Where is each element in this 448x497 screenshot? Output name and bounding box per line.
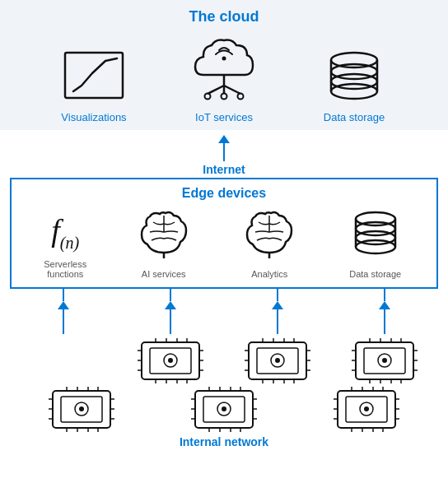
arrow-col-1	[58, 289, 69, 338]
svg-point-41	[168, 358, 173, 363]
internal-network-label: Internal network	[180, 435, 268, 448]
database-icon	[321, 49, 387, 106]
svg-point-77	[382, 358, 387, 363]
brain-icon-2	[240, 207, 298, 261]
svg-point-9	[238, 94, 244, 100]
visualizations-block: Visualizations	[61, 49, 127, 123]
chip-icon-bot-3	[334, 387, 399, 432]
device-top-2	[138, 338, 203, 383]
svg-line-6	[224, 86, 240, 94]
arrow-col-2	[165, 289, 176, 338]
db-icon-2	[347, 207, 404, 261]
chart-icon	[61, 49, 127, 106]
top-device-row	[10, 338, 438, 383]
arrowhead-4	[379, 301, 390, 309]
svg-point-59	[275, 358, 280, 363]
edge-title: Edge devices	[20, 186, 428, 201]
chip-icon-top-4	[352, 338, 418, 383]
internet-arrow-stem	[223, 143, 226, 161]
ai-services-block: AI services	[135, 207, 193, 279]
fn-icon: f(n)	[51, 215, 79, 251]
device-bot-3	[334, 387, 399, 432]
internet-arrow-head	[218, 135, 230, 143]
device-top-4	[352, 338, 418, 383]
cloud-section: The cloud Visualizations	[0, 0, 448, 130]
svg-point-8	[222, 94, 227, 100]
chip-icon-top-3	[245, 338, 310, 383]
device-bot-2	[191, 387, 257, 432]
internet-label: Internet	[203, 163, 245, 176]
iot-block: IoT services	[183, 32, 265, 123]
svg-point-131	[364, 406, 369, 411]
chip-icon-top-2	[138, 338, 203, 383]
bottom-device-row	[10, 387, 438, 432]
iot-label: IoT services	[195, 111, 253, 123]
analytics-block: Analytics	[240, 207, 298, 279]
arrow-stem-4b	[384, 309, 386, 334]
svg-line-4	[208, 86, 224, 94]
svg-point-95	[79, 406, 84, 411]
datastorage-cloud-label: Data storage	[324, 111, 385, 123]
cloud-title: The cloud	[189, 8, 259, 26]
edge-icons-row: f(n) Serverlessfunctions AI services	[20, 207, 428, 279]
arrow-stem-4	[384, 289, 386, 301]
chip-icon-bot-1	[49, 387, 114, 432]
arrow-stem-1b	[63, 309, 65, 334]
device-top-3	[245, 338, 310, 383]
device-bot-1	[49, 387, 114, 432]
arrow-stem-1	[63, 289, 65, 301]
arrowhead-1	[58, 301, 69, 309]
empty-slot	[30, 338, 96, 383]
arrow-stem-2b	[170, 309, 172, 334]
brain-icon	[135, 207, 193, 261]
svg-point-7	[205, 94, 211, 100]
cloud-icons-row: Visualizations	[16, 32, 432, 123]
svg-point-15	[331, 74, 377, 89]
svg-point-113	[222, 406, 226, 411]
bottom-section: Internal network	[0, 338, 448, 452]
arrow-stem-3b	[277, 309, 279, 334]
arrowhead-3	[272, 301, 283, 309]
datastorage-cloud-block: Data storage	[321, 49, 387, 123]
arrow-col-3	[272, 289, 283, 338]
svg-point-2	[222, 57, 226, 61]
arrow-stem-3	[277, 289, 279, 301]
arrow-stem-2	[170, 289, 172, 301]
svg-point-23	[356, 231, 395, 244]
datastorage-edge-block: Data storage	[347, 207, 404, 279]
datastorage-edge-label: Data storage	[349, 269, 401, 279]
chip-icon-bot-2	[191, 387, 257, 432]
edge-section: Edge devices f(n) Serverlessfunctions	[10, 178, 438, 289]
internet-section: Internet	[0, 130, 448, 178]
arrow-col-4	[379, 289, 390, 338]
architecture-diagram: The cloud Visualizations	[0, 0, 448, 497]
visualizations-label: Visualizations	[61, 111, 126, 123]
cloud-icon	[183, 32, 265, 106]
serverless-block: f(n) Serverlessfunctions	[44, 215, 86, 279]
arrowhead-2	[165, 301, 176, 309]
arrows-section	[10, 289, 438, 338]
ai-services-label: AI services	[142, 269, 186, 279]
analytics-label: Analytics	[251, 269, 287, 279]
serverless-label: Serverlessfunctions	[44, 259, 86, 279]
